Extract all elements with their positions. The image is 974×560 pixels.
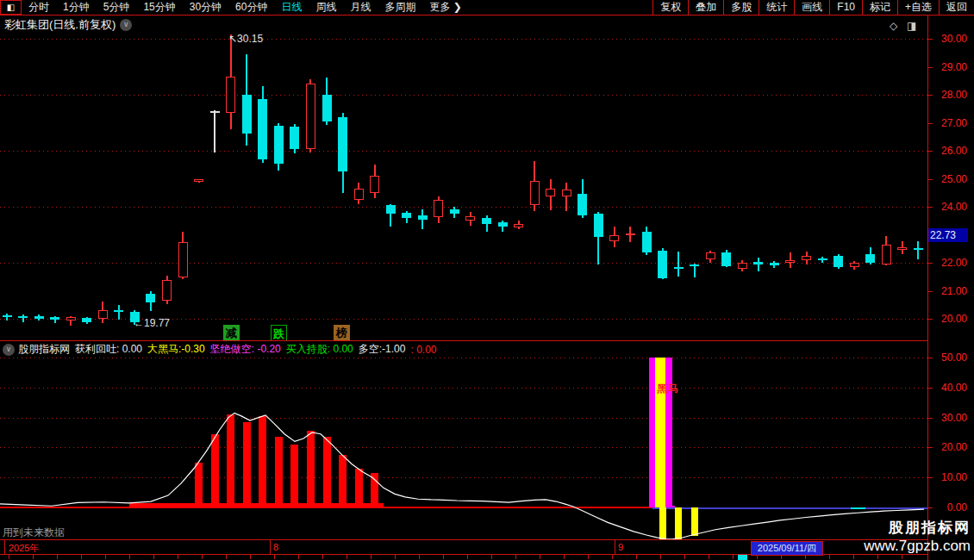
watermark-name: 股朋指标网 bbox=[864, 519, 971, 537]
scroll-tick bbox=[347, 555, 347, 559]
scroll-tick bbox=[733, 555, 734, 559]
candle bbox=[465, 216, 475, 221]
candle bbox=[546, 189, 555, 196]
candle bbox=[370, 176, 379, 193]
candle bbox=[482, 218, 491, 224]
candle bbox=[785, 260, 795, 263]
price-axis-label: 26.00 bbox=[931, 145, 967, 157]
price-axis-label: 21.00 bbox=[931, 285, 967, 297]
month-label: 8 bbox=[273, 542, 278, 552]
scroll-tick bbox=[395, 555, 396, 559]
scroll-tick bbox=[467, 555, 468, 559]
period-button-30分钟[interactable]: 30分钟 bbox=[183, 0, 228, 15]
date-tag: 2025/09/11/四 bbox=[751, 541, 823, 556]
scroll-tick bbox=[298, 555, 299, 559]
candle bbox=[50, 317, 59, 320]
candle bbox=[354, 189, 364, 200]
scroll-tick bbox=[877, 555, 878, 559]
candle bbox=[338, 117, 347, 171]
diamond-icon[interactable]: ◇ bbox=[890, 20, 897, 32]
scroll-tick bbox=[274, 555, 275, 559]
tool-button-画线[interactable]: 画线 bbox=[794, 0, 829, 15]
tool-button-多股[interactable]: 多股 bbox=[723, 0, 759, 15]
last-price-tag: 22.73 bbox=[928, 228, 968, 242]
candle bbox=[834, 256, 843, 267]
scroll-tick bbox=[250, 555, 251, 559]
scroll-tick bbox=[57, 555, 58, 559]
tool-button-F10[interactable]: F10 bbox=[829, 0, 862, 15]
tool-button-叠加[interactable]: 叠加 bbox=[688, 0, 723, 15]
period-button-60分钟[interactable]: 60分钟 bbox=[228, 0, 274, 15]
period-button-1分钟[interactable]: 1分钟 bbox=[56, 0, 97, 15]
candle bbox=[146, 294, 155, 302]
scroll-tick bbox=[853, 555, 854, 559]
candle bbox=[434, 200, 443, 217]
indicator-collapse-icon[interactable]: ∨ bbox=[3, 344, 15, 356]
window-layout-icon[interactable]: ◧ bbox=[0, 0, 22, 15]
candle-wick bbox=[214, 110, 215, 152]
price-axis-label: 30.00 bbox=[931, 33, 967, 45]
candle-wick bbox=[565, 183, 567, 211]
candle bbox=[66, 317, 76, 320]
dark-horse-label: 黑马 bbox=[657, 382, 679, 396]
candle bbox=[18, 316, 28, 318]
split-panel-icon[interactable]: ◨ bbox=[907, 20, 916, 32]
month-label: 9 bbox=[618, 542, 623, 552]
app-window: ◧ 分时1分钟5分钟15分钟30分钟60分钟日线周线月线多周期更多 ❯ 复权叠加… bbox=[0, 0, 974, 560]
candle bbox=[322, 95, 332, 121]
scroll-thumb[interactable] bbox=[738, 555, 747, 560]
future-data-note: 用到未来数据 bbox=[3, 526, 65, 540]
indicator-axis-label: 30.00 bbox=[931, 412, 967, 424]
scroll-tick bbox=[612, 555, 613, 559]
candle bbox=[850, 263, 859, 267]
tool-button-统计[interactable]: 统计 bbox=[759, 0, 794, 15]
scroll-tick bbox=[178, 555, 178, 559]
indicator-axis-label: 0.00 bbox=[931, 501, 967, 513]
indicator-white-line bbox=[0, 341, 927, 541]
scroll-tick bbox=[660, 555, 661, 559]
price-gridline bbox=[0, 95, 927, 96]
period-button-更多 ❯[interactable]: 更多 ❯ bbox=[422, 0, 468, 15]
event-marker-榜: 榜 bbox=[334, 325, 350, 341]
scroll-tick bbox=[781, 555, 782, 559]
price-gridline bbox=[0, 263, 927, 264]
period-button-5分钟[interactable]: 5分钟 bbox=[97, 0, 137, 15]
candle bbox=[721, 252, 731, 266]
scroll-tick bbox=[540, 555, 540, 559]
candle bbox=[690, 264, 699, 266]
scroll-tick bbox=[491, 555, 492, 559]
period-button-多周期[interactable]: 多周期 bbox=[378, 0, 422, 15]
candle bbox=[514, 224, 523, 227]
candle bbox=[34, 316, 44, 319]
watermark-url: www.7gpzb.com bbox=[864, 537, 971, 555]
period-button-月线[interactable]: 月线 bbox=[343, 0, 378, 15]
scroll-tick bbox=[322, 555, 323, 559]
tool-button-标记[interactable]: 标记 bbox=[862, 0, 897, 15]
indicator-header-item: 坚绝做空: -0.20 bbox=[210, 342, 281, 357]
indicator-axis-label: 10.00 bbox=[931, 471, 967, 483]
scroll-tick bbox=[202, 555, 203, 559]
title-dropdown-icon[interactable]: ∨ bbox=[120, 19, 132, 31]
candle bbox=[194, 179, 203, 182]
period-button-日线[interactable]: 日线 bbox=[274, 0, 309, 15]
tool-button-返回[interactable]: 返回 bbox=[939, 0, 974, 15]
period-button-15分钟[interactable]: 15分钟 bbox=[136, 0, 182, 15]
candle bbox=[914, 248, 923, 250]
tool-button-复权[interactable]: 复权 bbox=[652, 0, 688, 15]
tool-button-+自选[interactable]: +自选 bbox=[897, 0, 939, 15]
indicator-header-item: 股朋指标网 bbox=[18, 342, 70, 357]
panel-divider bbox=[0, 340, 927, 341]
site-watermark: 股朋指标网 www.7gpzb.com bbox=[864, 519, 971, 556]
candle bbox=[738, 263, 747, 269]
candle-wick bbox=[917, 241, 919, 259]
scroll-tick bbox=[371, 555, 371, 559]
candle bbox=[753, 262, 763, 264]
candle-wick bbox=[118, 305, 120, 320]
period-button-周线[interactable]: 周线 bbox=[309, 0, 343, 15]
candle bbox=[865, 254, 875, 263]
scroll-tick bbox=[805, 555, 806, 559]
indicator-header-item: 买入持股: 0.00 bbox=[286, 342, 353, 357]
candle bbox=[402, 213, 411, 218]
period-button-分时[interactable]: 分时 bbox=[22, 0, 56, 15]
candle-wick bbox=[758, 258, 759, 271]
